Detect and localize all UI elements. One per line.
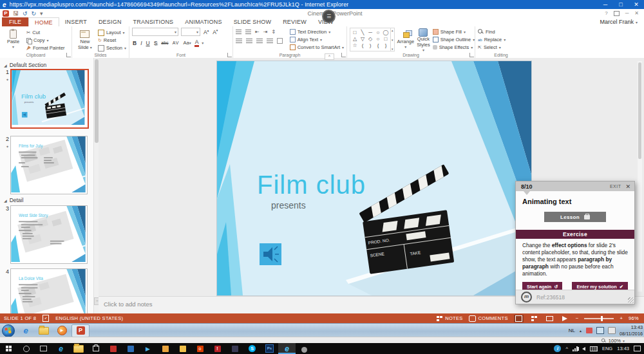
close-icon[interactable]: ✕	[625, 183, 630, 190]
font-name-box[interactable]: ▾	[132, 28, 178, 36]
display-icon[interactable]	[596, 327, 604, 334]
section-header-default[interactable]: ◢ Default Section	[4, 62, 46, 68]
grow-font-button[interactable]: A▴	[203, 28, 209, 35]
alert-app-icon[interactable]: !	[209, 343, 226, 354]
tray-expand-icon[interactable]: ▲	[579, 329, 582, 333]
shapes-scroll-down-icon[interactable]: ▾	[392, 38, 393, 42]
bullets-icon[interactable]	[236, 30, 242, 35]
character-spacing-button[interactable]: AV	[172, 41, 180, 45]
decrease-indent-icon[interactable]: ⇤	[255, 29, 260, 35]
shape-effects-button[interactable]: Shape Effects▾	[433, 44, 475, 51]
shapes-gallery[interactable]: □ ╲ ─ ○ ◯ △ ▽ ◇ ○ □ ☆ ( ) { }	[350, 28, 391, 51]
user-app-icon[interactable]	[296, 343, 313, 354]
collapse-ribbon-button[interactable]: ˄	[325, 53, 334, 60]
notes-placeholder[interactable]: Click to add notes	[104, 301, 153, 308]
ppt-minimize-icon[interactable]: ─	[625, 10, 629, 16]
change-case-button[interactable]: Aa▾	[182, 40, 191, 46]
align-text-button[interactable]: Align Text▾	[290, 36, 344, 43]
comments-toggle[interactable]: COMMENTS	[469, 315, 508, 322]
file-explorer-icon[interactable]	[70, 343, 87, 354]
shadow-button[interactable]: S	[153, 40, 158, 46]
shape-fill-button[interactable]: Shape Fill▾	[433, 28, 475, 35]
reset-button[interactable]: ↻Reset	[98, 37, 126, 44]
format-painter-button[interactable]: Format Painter	[26, 44, 65, 51]
customize-qat-icon[interactable]: ▾	[40, 10, 43, 17]
increase-indent-icon[interactable]: ⇥	[263, 29, 268, 35]
find-button[interactable]: Find	[478, 28, 506, 35]
training-menu-button[interactable]: ☰	[322, 10, 336, 23]
touch-keyboard-icon[interactable]	[590, 346, 598, 351]
numbering-icon[interactable]	[245, 30, 251, 35]
select-button[interactable]: ⇱Select▾	[478, 44, 506, 51]
tab-review[interactable]: REVIEW	[277, 17, 312, 26]
bold-button[interactable]: B	[132, 40, 137, 46]
section-button[interactable]: Section▾	[98, 44, 126, 51]
slide-title[interactable]: Film club	[257, 171, 366, 199]
windows-start-button[interactable]	[0, 343, 17, 354]
tab-design[interactable]: DESIGN	[93, 17, 128, 26]
notification-info-icon[interactable]: i	[554, 345, 561, 352]
slide-thumbnail-4[interactable]: 4 La Dolce Vita	[1, 268, 88, 313]
tab-slide-show[interactable]: SLIDE SHOW	[228, 17, 278, 26]
cut-button[interactable]: ✂Cut	[26, 29, 65, 36]
tab-home[interactable]: HOME	[28, 17, 59, 26]
internet-explorer-taskbar-icon[interactable]: e	[278, 343, 296, 354]
volume-icon[interactable]	[582, 347, 585, 351]
task-view-icon[interactable]	[35, 343, 52, 354]
font-color-button[interactable]: A	[194, 39, 200, 47]
justify-icon[interactable]	[267, 39, 273, 44]
app-icon-dark[interactable]	[226, 343, 243, 354]
internet-explorer-icon[interactable]: e	[17, 325, 34, 337]
font-color-caret[interactable]: ▾	[202, 41, 204, 45]
skype-icon[interactable]: S	[243, 343, 261, 354]
arrange-button[interactable]: Arrange ▾	[397, 28, 415, 51]
lesson-button[interactable]: Lesson	[544, 212, 606, 222]
replace-button[interactable]: abReplace▾	[478, 36, 506, 43]
shapes-more-icon[interactable]: ▾	[392, 47, 393, 51]
save-icon[interactable]: 🖫	[13, 10, 19, 17]
media-player-icon[interactable]: ▶	[53, 325, 70, 337]
training-panel-header[interactable]: 8/10 EXIT ✕	[516, 182, 634, 191]
spell-check-icon[interactable]: ✔	[43, 315, 49, 322]
minimize-icon[interactable]: ─	[598, 1, 613, 8]
notes-toggle[interactable]: NOTES	[437, 315, 462, 321]
exit-button[interactable]: EXIT	[610, 184, 621, 189]
tray-language[interactable]: NL	[569, 328, 575, 333]
tab-file[interactable]: FILE	[2, 17, 28, 26]
tab-insert[interactable]: INSERT	[59, 17, 93, 26]
zoom-in-icon[interactable]: +	[620, 315, 623, 321]
ribbon-display-icon[interactable]	[614, 11, 620, 16]
close-icon[interactable]: ✕	[629, 1, 644, 8]
new-slide-button[interactable]: New Slide ▾	[75, 28, 95, 51]
slide-sorter-button[interactable]	[529, 315, 539, 322]
line-spacing-icon[interactable]: ⇕	[271, 29, 276, 35]
slide-thumbnail-1[interactable]: 1 ✦ Film club presents	[1, 69, 89, 129]
paragraph-dialog-launcher[interactable]	[341, 53, 346, 57]
photoshop-icon[interactable]: Ps	[261, 343, 278, 354]
edge-icon[interactable]: e	[52, 343, 70, 354]
drawing-dialog-launcher[interactable]	[469, 53, 474, 57]
section-header-detail[interactable]: ◢ Detail	[4, 197, 23, 203]
slide-show-button[interactable]	[560, 315, 570, 322]
start-button[interactable]	[2, 324, 15, 337]
underline-button[interactable]: U	[146, 40, 151, 46]
zoom-slider-thumb[interactable]	[601, 316, 603, 321]
font-size-box[interactable]: ▾	[181, 28, 200, 36]
canvas-scrollbar-thumb[interactable]	[638, 62, 641, 159]
help-icon[interactable]: ?	[605, 10, 607, 16]
redo-icon[interactable]: ↻	[32, 10, 37, 17]
app-icon-blue[interactable]	[122, 343, 139, 354]
resize-handle[interactable]	[628, 297, 634, 303]
columns-icon[interactable]	[277, 38, 283, 44]
quick-styles-button[interactable]: Quick Styles ▾	[417, 28, 430, 51]
zoom-out-icon[interactable]: −	[576, 315, 579, 321]
language-indicator[interactable]: ENGLISH (UNITED STATES)	[55, 315, 123, 321]
tab-animations[interactable]: ANIMATIONS	[179, 17, 227, 26]
office-app-icon[interactable]: o	[191, 343, 209, 354]
slide-thumbnail-3[interactable]: 3 West Sid	[1, 205, 88, 264]
layout-button[interactable]: Layout▾	[98, 29, 126, 36]
app-icon-yellow-1[interactable]	[156, 343, 174, 354]
undo-icon[interactable]: ↺	[23, 10, 28, 17]
taskbar-clock[interactable]: 13:43	[617, 346, 629, 351]
convert-smartart-button[interactable]: Convert to SmartArt▾	[290, 44, 344, 51]
